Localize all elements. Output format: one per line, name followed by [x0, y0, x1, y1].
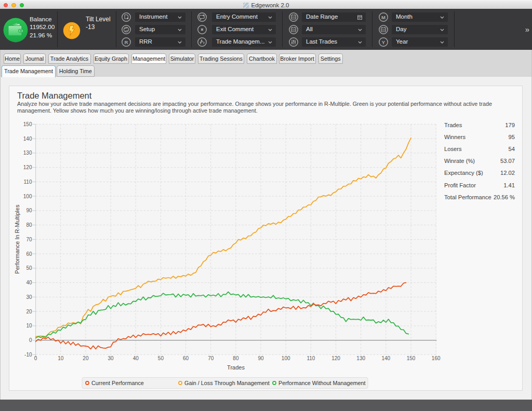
svg-text:M: M — [381, 14, 385, 20]
svg-text:130: 130 — [356, 355, 365, 361]
svg-text:140: 140 — [23, 136, 32, 142]
svg-text:80: 80 — [233, 355, 239, 361]
svg-text:70: 70 — [26, 237, 32, 242]
svg-text:130: 130 — [23, 150, 32, 156]
svg-text:Trades: Trades — [444, 122, 462, 128]
svg-text:140: 140 — [381, 355, 390, 361]
svg-text:Y: Y — [381, 39, 385, 45]
svg-text:30: 30 — [26, 294, 32, 300]
svg-text:R: R — [125, 39, 128, 45]
svg-text:110: 110 — [307, 355, 315, 361]
svg-text:-10: -10 — [24, 352, 32, 358]
svg-text:Profit Factor: Profit Factor — [444, 182, 476, 188]
svg-text:Winrate (%): Winrate (%) — [444, 158, 475, 164]
svg-text:0: 0 — [34, 355, 37, 361]
svg-text:40: 40 — [133, 355, 139, 361]
svg-text:160: 160 — [432, 355, 441, 361]
svg-text:Performance In R-Multiples: Performance In R-Multiples — [14, 204, 20, 274]
svg-text:20.56 %: 20.56 % — [494, 194, 515, 200]
svg-text:0: 0 — [29, 337, 32, 343]
svg-text:60: 60 — [26, 251, 32, 257]
svg-text:30: 30 — [108, 355, 114, 361]
svg-text:150: 150 — [23, 121, 32, 127]
svg-text:10: 10 — [26, 323, 32, 328]
svg-text:Analyze how your active trade: Analyze how your active trade management… — [17, 101, 492, 107]
svg-text:54: 54 — [509, 146, 515, 152]
svg-text:95: 95 — [509, 134, 515, 140]
svg-text:60: 60 — [183, 355, 189, 361]
svg-text:1.41: 1.41 — [503, 182, 515, 188]
svg-text:Winners: Winners — [444, 134, 466, 140]
svg-text:Losers: Losers — [444, 146, 462, 152]
svg-text:53.07: 53.07 — [500, 158, 515, 164]
svg-text:Total Performance: Total Performance — [444, 194, 491, 200]
svg-text:120: 120 — [331, 355, 340, 361]
svg-text:50: 50 — [158, 355, 164, 361]
svg-text:12.02: 12.02 — [500, 170, 515, 176]
svg-text:110: 110 — [24, 179, 32, 185]
svg-text:Gain / Loss Through Management: Gain / Loss Through Management — [184, 380, 270, 386]
svg-text:179: 179 — [505, 122, 515, 128]
svg-text:Trade Management: Trade Management — [17, 91, 92, 100]
svg-text:20: 20 — [26, 309, 32, 314]
svg-text:50: 50 — [26, 265, 32, 271]
svg-text:10: 10 — [58, 355, 64, 361]
svg-text:Trades: Trades — [227, 364, 245, 371]
svg-text:Performance Without Management: Performance Without Management — [278, 380, 365, 386]
svg-text:70: 70 — [208, 355, 214, 361]
svg-text:Expectancy ($): Expectancy ($) — [444, 170, 483, 176]
svg-text:20: 20 — [83, 355, 89, 361]
svg-text:150: 150 — [407, 355, 416, 361]
svg-text:Current Performance: Current Performance — [91, 380, 144, 386]
svg-text:management. Yellow shows how m: management. Yellow shows how much you ar… — [17, 107, 258, 114]
svg-text:40: 40 — [26, 280, 32, 285]
svg-text:100: 100 — [23, 194, 32, 199]
svg-text:100: 100 — [282, 355, 290, 361]
svg-text:80: 80 — [26, 222, 32, 228]
svg-text:120: 120 — [23, 165, 32, 170]
svg-text:90: 90 — [258, 355, 264, 361]
svg-text:90: 90 — [26, 208, 32, 213]
